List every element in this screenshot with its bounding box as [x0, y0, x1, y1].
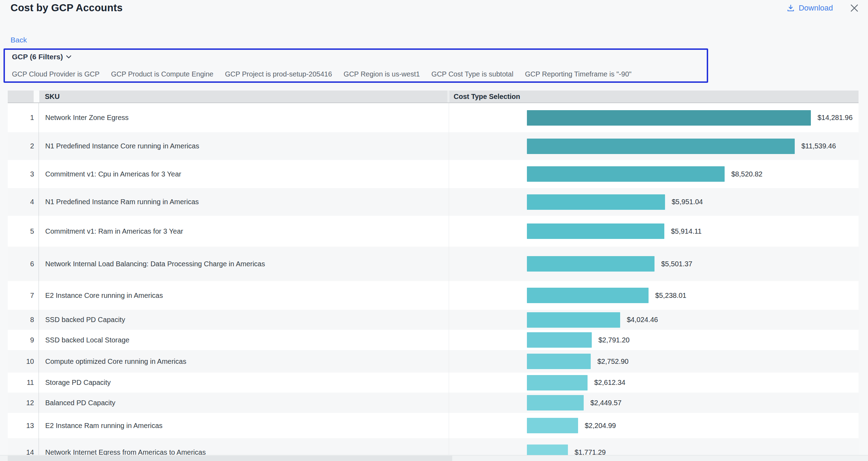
- row-bar: [527, 445, 568, 455]
- row-sku: SSD backed PD Capacity: [39, 310, 449, 330]
- row-bar: [527, 332, 592, 348]
- table-body: 1 Network Inter Zone Egress $14,281.96 2…: [8, 103, 859, 455]
- row-sku: N1 Predefined Instance Ram running in Am…: [39, 188, 449, 216]
- row-sku: Commitment v1: Cpu in Americas for 3 Yea…: [39, 160, 449, 188]
- table-row: 11 Storage PD Capacity $2,612.34: [8, 373, 859, 393]
- row-sku: E2 Instance Ram running in Americas: [39, 413, 449, 438]
- row-bar: [527, 288, 649, 303]
- row-value: $2,791.20: [598, 336, 630, 344]
- column-header-sku: SKU: [45, 93, 60, 101]
- row-bar: [527, 110, 811, 126]
- row-sku: SSD backed Local Storage: [39, 330, 449, 350]
- cost-panel: Cost by GCP Accounts Download Back GCP (…: [0, 0, 868, 461]
- row-sku: Network Inter Zone Egress: [39, 103, 449, 132]
- table-header: SKU Cost Type Selection: [8, 91, 859, 103]
- row-bar-cell: $1,771.29: [449, 438, 859, 455]
- horizontal-scrollbar-track: [0, 455, 868, 461]
- row-value: $4,024.46: [627, 316, 658, 324]
- row-bar: [527, 312, 620, 328]
- row-bar: [527, 223, 664, 239]
- row-bar-cell: $2,204.99: [449, 413, 859, 438]
- filter-chip[interactable]: GCP Cloud Provider is GCP: [12, 70, 100, 78]
- row-sku: E2 Instance Core running in Americas: [39, 281, 449, 310]
- table-row: 14 Network Internet Egress from Americas…: [8, 438, 859, 455]
- row-rank: 8: [8, 310, 39, 330]
- row-bar: [527, 375, 588, 390]
- column-header-cost-type-selection: Cost Type Selection: [454, 93, 520, 101]
- filter-chip[interactable]: GCP Project is prod-setup-205416: [225, 70, 332, 78]
- row-sku: Balanced PD Capacity: [39, 393, 449, 413]
- row-sku: N1 Predefined Instance Core running in A…: [39, 132, 449, 160]
- row-sku: Network Internet Egress from Americas to…: [39, 438, 449, 455]
- cost-table: SKU Cost Type Selection 1 Network Inter …: [8, 91, 859, 455]
- row-value: $14,281.96: [818, 114, 853, 122]
- filter-chips: GCP Cloud Provider is GCPGCP Product is …: [12, 70, 631, 78]
- table-row: 2 N1 Predefined Instance Core running in…: [8, 132, 859, 160]
- table-row: 5 Commitment v1: Ram in Americas for 3 Y…: [8, 216, 859, 247]
- header-gap-2: [447, 91, 449, 102]
- table-row: 1 Network Inter Zone Egress $14,281.96: [8, 103, 859, 132]
- row-bar-cell: $2,791.20: [449, 330, 859, 350]
- table-row: 9 SSD backed Local Storage $2,791.20: [8, 330, 859, 350]
- filter-chip[interactable]: GCP Reporting Timeframe is "-90": [525, 70, 631, 78]
- row-rank: 12: [8, 393, 39, 413]
- row-bar: [527, 139, 795, 154]
- row-rank: 1: [8, 103, 39, 132]
- row-bar: [527, 418, 578, 433]
- row-value: $2,752.90: [597, 358, 629, 366]
- row-bar-cell: $5,914.11: [449, 216, 859, 247]
- row-value: $5,914.11: [671, 227, 702, 235]
- filter-chip[interactable]: GCP Region is us-west1: [344, 70, 420, 78]
- row-sku: Compute optimized Core running in Americ…: [39, 350, 449, 373]
- row-rank: 2: [8, 132, 39, 160]
- close-icon: [850, 4, 859, 13]
- row-value: $2,612.34: [594, 379, 625, 387]
- row-rank: 3: [8, 160, 39, 188]
- row-value: $5,501.37: [661, 260, 692, 268]
- row-value: $5,951.04: [672, 198, 703, 206]
- row-rank: 6: [8, 247, 39, 281]
- row-bar: [527, 395, 584, 410]
- row-bar: [527, 354, 591, 369]
- table-row: 13 E2 Instance Ram running in Americas $…: [8, 413, 859, 438]
- row-bar-cell: $14,281.96: [449, 103, 859, 132]
- filter-summary-label: GCP (6 Filters): [12, 53, 63, 61]
- row-bar: [527, 194, 665, 210]
- table-row: 4 N1 Predefined Instance Ram running in …: [8, 188, 859, 216]
- back-link[interactable]: Back: [11, 36, 27, 44]
- table-row: 10 Compute optimized Core running in Ame…: [8, 350, 859, 373]
- row-value: $8,520.82: [731, 170, 762, 178]
- row-rank: 14: [8, 438, 39, 455]
- row-bar-cell: $5,238.01: [449, 281, 859, 310]
- header-gap: [34, 91, 39, 102]
- row-bar: [527, 256, 655, 272]
- row-rank: 7: [8, 281, 39, 310]
- download-button[interactable]: Download: [787, 4, 833, 13]
- row-bar-cell: $2,612.34: [449, 373, 859, 393]
- filter-chip[interactable]: GCP Product is Compute Engine: [111, 70, 213, 78]
- row-rank: 4: [8, 188, 39, 216]
- row-bar: [527, 166, 725, 182]
- close-button[interactable]: [849, 3, 860, 13]
- row-bar-cell: $2,752.90: [449, 350, 859, 373]
- table-row: 7 E2 Instance Core running in Americas $…: [8, 281, 859, 310]
- filter-summary-toggle[interactable]: GCP (6 Filters): [12, 53, 72, 61]
- table-row: 12 Balanced PD Capacity $2,449.57: [8, 393, 859, 413]
- row-bar-cell: $5,501.37: [449, 247, 859, 281]
- page-title: Cost by GCP Accounts: [11, 2, 123, 14]
- download-label: Download: [799, 4, 833, 13]
- row-sku: Network Internal Load Balancing: Data Pr…: [39, 247, 449, 281]
- row-value: $2,204.99: [585, 422, 616, 430]
- row-value: $1,771.29: [575, 448, 606, 455]
- row-bar-cell: $5,951.04: [449, 188, 859, 216]
- horizontal-scrollbar-thumb[interactable]: [8, 456, 452, 461]
- filter-chip[interactable]: GCP Cost Type is subtotal: [432, 70, 514, 78]
- table-row: 3 Commitment v1: Cpu in Americas for 3 Y…: [8, 160, 859, 188]
- row-rank: 13: [8, 413, 39, 438]
- topbar-actions: Download: [787, 3, 860, 13]
- row-bar-cell: $4,024.46: [449, 310, 859, 330]
- row-rank: 5: [8, 216, 39, 247]
- chevron-down-icon: [66, 55, 72, 59]
- row-value: $2,449.57: [590, 399, 622, 407]
- row-value: $5,238.01: [655, 292, 686, 300]
